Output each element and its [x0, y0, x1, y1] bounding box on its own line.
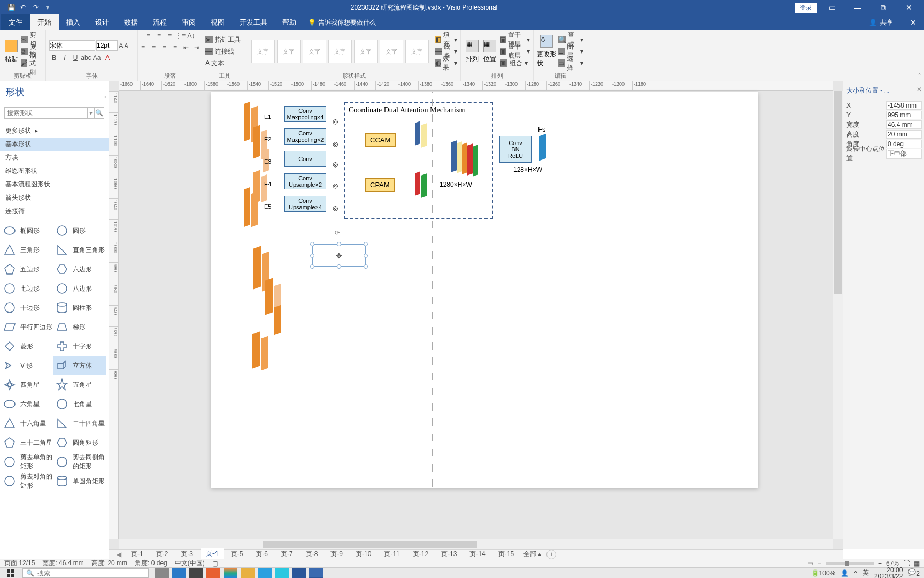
page-tab[interactable]: 页-9 [325, 549, 348, 560]
shape-palette-item[interactable]: 立方体 [53, 356, 106, 375]
start-button[interactable] [0, 568, 21, 579]
prop-value[interactable]: 0 deg [886, 140, 922, 148]
search-shapes-input[interactable] [4, 107, 88, 119]
align-button[interactable]: ▦排列 [464, 34, 480, 69]
clock[interactable]: 20:002023/3/22 [874, 567, 903, 579]
italic-button[interactable]: I [60, 53, 70, 63]
app-icon[interactable] [172, 568, 186, 578]
resize-handle[interactable] [337, 242, 341, 246]
connector-tool-button[interactable]: —连接线 [205, 46, 241, 57]
bullets-icon[interactable]: ⋮≡ [176, 31, 186, 41]
tab-insert[interactable]: 插入 [59, 14, 88, 31]
resize-handle[interactable] [310, 254, 314, 258]
prop-value[interactable]: 46.4 mm [886, 120, 922, 129]
shape-palette-item[interactable]: 二十四角星 [53, 414, 106, 433]
stencil-item[interactable]: 连接符 [0, 204, 109, 218]
text-tool-button[interactable]: A 文本 [205, 58, 241, 69]
orientation-icon[interactable]: A↕ [187, 31, 196, 41]
shape-palette-item[interactable]: 三角形 [1, 240, 53, 260]
encoder-slab[interactable] [253, 126, 260, 157]
stencil-item[interactable]: 基本流程图形状 [0, 178, 109, 191]
page-tab[interactable]: 页-8 [301, 549, 324, 560]
stencil-item[interactable]: 基本形状 [0, 138, 109, 151]
shape-palette-item[interactable]: 四角星 [1, 375, 53, 394]
resize-handle[interactable] [310, 264, 314, 269]
encoder-slab[interactable] [265, 279, 273, 314]
encoder-slab[interactable] [251, 193, 258, 226]
close-pane-icon[interactable]: ✕ [917, 86, 922, 93]
shape-palette-item[interactable]: 圆形 [53, 221, 106, 240]
prop-value[interactable]: 995 mm [886, 111, 922, 119]
shape-palette-item[interactable]: 七边形 [1, 279, 53, 298]
taskbar-search[interactable]: 🔍 [22, 568, 149, 578]
shrink-font-icon[interactable]: A [125, 43, 128, 49]
maximize-icon[interactable]: ⧉ [873, 3, 894, 12]
shape-palette-item[interactable]: 剪去对角的矩形 [1, 471, 53, 491]
share-button[interactable]: 👤 共享 [859, 18, 903, 27]
prop-value[interactable]: 正中部 [886, 149, 922, 159]
align-mid-icon[interactable]: ≡ [155, 31, 164, 41]
align-top-icon[interactable]: ≡ [144, 31, 153, 41]
send-back-button[interactable]: ▣置于底层 ▾ [500, 46, 530, 57]
char-scale-button[interactable]: Aa [92, 53, 102, 63]
shape-palette-item[interactable]: 五角星 [53, 375, 106, 394]
page-tab[interactable]: 页-11 [379, 549, 405, 560]
conv-block[interactable]: Conv [284, 151, 326, 167]
group-button[interactable]: ▣组合 ▾ [500, 58, 530, 69]
drawing-page[interactable]: E1E2E3E4E5 Conv Maxpooling×4Conv Maxpool… [211, 92, 758, 488]
presentation-icon[interactable]: ▭ [807, 560, 813, 567]
shape-palette-item[interactable]: 五边形 [1, 260, 53, 279]
shape-palette-item[interactable]: 梯形 [53, 317, 106, 337]
page-tab[interactable]: 页-15 [493, 549, 519, 560]
style-slot[interactable]: 文字 [303, 40, 326, 63]
minimize-icon[interactable]: ― [847, 3, 868, 12]
align-left-icon[interactable]: ≡ [138, 43, 148, 52]
prop-value[interactable]: 20 mm [886, 130, 922, 139]
select-button[interactable]: ▭选择 ▾ [558, 58, 583, 69]
output-conv-block[interactable]: Conv BN ReLU [499, 136, 532, 163]
vertical-scrollbar[interactable] [833, 91, 843, 539]
underline-button[interactable]: U [71, 53, 80, 63]
status-lang[interactable]: 中文(中国) [175, 559, 205, 568]
tab-help[interactable]: 帮助 [275, 14, 304, 31]
all-pages-button[interactable]: 全部 ▴ [523, 550, 541, 559]
tray-chevron-icon[interactable]: ^ [854, 569, 857, 577]
bold-button[interactable]: B [49, 53, 59, 63]
shape-palette-item[interactable]: 六边形 [53, 260, 106, 279]
close-icon[interactable]: ✕ [898, 3, 920, 12]
notifications-icon[interactable]: 💬2 [908, 568, 920, 577]
search-go-icon[interactable]: 🔍 [95, 107, 104, 119]
conv-block[interactable]: Conv Maxpooling×2 [284, 128, 326, 144]
login-button[interactable]: 登录 [795, 3, 817, 13]
shape-palette-item[interactable]: 八边形 [53, 279, 106, 298]
tab-view[interactable]: 视图 [203, 14, 232, 31]
collapse-pane-icon[interactable]: ‹ [104, 93, 106, 101]
encoder-slab[interactable] [261, 176, 267, 201]
encoder-slab[interactable] [274, 306, 281, 334]
shape-palette-item[interactable]: 单圆角矩形 [53, 471, 106, 491]
shape-palette-item[interactable]: V 形 [1, 356, 53, 375]
redo-icon[interactable]: ↷ [33, 4, 41, 11]
tab-home[interactable]: 开始 [30, 14, 59, 31]
font-size-input[interactable] [96, 40, 118, 51]
encoder-slab[interactable] [261, 337, 268, 369]
word-icon[interactable] [292, 568, 306, 578]
scroll-thumb[interactable] [834, 91, 842, 294]
indent-dec-icon[interactable]: ⇤ [181, 43, 191, 52]
style-slot[interactable]: 文字 [328, 40, 352, 63]
visio-icon[interactable] [309, 568, 323, 578]
shape-palette-item[interactable]: 十六角星 [1, 414, 53, 433]
shape-palette-item[interactable]: 椭圆形 [1, 221, 53, 240]
ribbon-close-icon[interactable]: ✕ [903, 18, 924, 27]
ccam-block[interactable]: CCAM [365, 133, 396, 147]
app-icon[interactable] [189, 568, 203, 578]
shape-palette-item[interactable]: 七角星 [53, 394, 106, 414]
stencil-item[interactable]: 箭头形状 [0, 191, 109, 204]
page-tab[interactable]: 页-7 [275, 549, 298, 560]
encoder-slab[interactable] [253, 247, 261, 288]
people-icon[interactable]: 👤 [841, 569, 849, 577]
style-slot[interactable]: 文字 [277, 40, 301, 63]
pan-zoom-icon[interactable]: ▦ [914, 560, 920, 567]
shape-palette-item[interactable]: 菱形 [1, 337, 53, 356]
battery-icon[interactable]: 🔋100% [811, 569, 836, 577]
